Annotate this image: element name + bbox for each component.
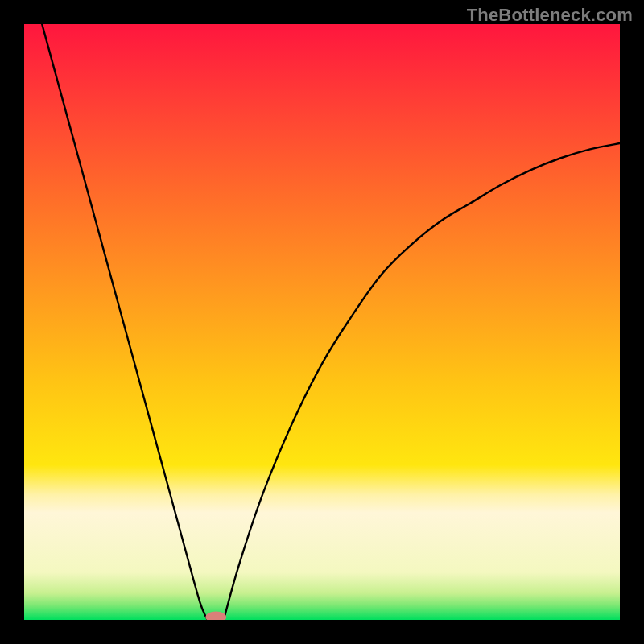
- plot-area: [24, 24, 620, 620]
- gradient-background: [24, 24, 620, 620]
- chart-svg: [24, 24, 620, 620]
- watermark-text: TheBottleneck.com: [467, 5, 633, 26]
- chart-frame: TheBottleneck.com: [0, 0, 644, 644]
